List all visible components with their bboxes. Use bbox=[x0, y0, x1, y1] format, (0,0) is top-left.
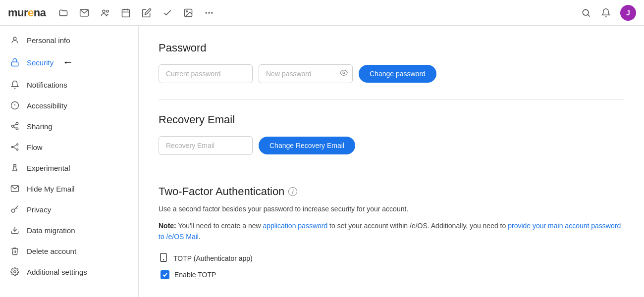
trash-icon bbox=[10, 246, 20, 256]
topnav-right: J bbox=[581, 5, 636, 21]
sidebar-item-personal-info[interactable]: Personal info bbox=[0, 30, 138, 50]
search-icon[interactable] bbox=[581, 7, 591, 18]
sidebar-item-notifications[interactable]: Notifications bbox=[0, 74, 138, 95]
sidebar-item-sharing[interactable]: Sharing bbox=[0, 116, 138, 137]
svg-point-2 bbox=[106, 10, 108, 12]
svg-rect-3 bbox=[122, 9, 129, 17]
svg-point-19 bbox=[16, 123, 18, 125]
sidebar-item-label: Privacy bbox=[27, 205, 51, 214]
svg-point-11 bbox=[211, 12, 213, 13]
current-password-input[interactable] bbox=[159, 64, 253, 83]
tfa-app-password-link[interactable]: application password bbox=[263, 222, 327, 230]
sidebar-item-privacy[interactable]: Privacy bbox=[0, 199, 138, 220]
svg-line-28 bbox=[13, 147, 17, 149]
tfa-note-text1: You'll need to create a new bbox=[176, 222, 263, 230]
contacts-icon[interactable] bbox=[100, 7, 110, 18]
sidebar-item-experimental[interactable]: Experimental bbox=[0, 157, 138, 178]
envelope-icon bbox=[10, 184, 20, 194]
sidebar-item-label: Hide My Email bbox=[27, 185, 75, 193]
sidebar-item-flow[interactable]: Flow bbox=[0, 137, 138, 157]
svg-point-10 bbox=[208, 12, 210, 13]
sidebar-item-label: Security bbox=[27, 58, 54, 67]
password-row: Change password bbox=[159, 64, 624, 83]
main-content: Password Change password Recovery Email … bbox=[139, 26, 644, 297]
key-icon bbox=[10, 204, 20, 214]
svg-point-12 bbox=[583, 9, 589, 15]
enable-totp-checkbox[interactable] bbox=[161, 270, 169, 279]
tasks-icon[interactable] bbox=[162, 7, 173, 18]
recovery-email-section: Recovery Email Change Recovery Email bbox=[159, 113, 624, 155]
svg-point-31 bbox=[11, 209, 15, 212]
sidebar-item-label: Notifications bbox=[27, 81, 67, 89]
svg-point-24 bbox=[11, 147, 13, 148]
sidebar-item-label: Data migration bbox=[27, 226, 75, 235]
tfa-title-text: Two-Factor Authentication bbox=[159, 185, 284, 198]
recovery-email-title: Recovery Email bbox=[159, 113, 624, 126]
person-icon bbox=[10, 35, 20, 45]
sidebar-item-label: Additional settings bbox=[27, 268, 87, 276]
top-navigation: murena bbox=[0, 0, 644, 26]
more-icon[interactable] bbox=[204, 7, 215, 18]
change-recovery-email-button[interactable]: Change Recovery Email bbox=[259, 137, 355, 154]
section-divider-2 bbox=[159, 171, 624, 171]
svg-point-1 bbox=[103, 10, 105, 12]
sidebar-item-label: Flow bbox=[27, 143, 43, 151]
mail-icon[interactable] bbox=[79, 7, 90, 18]
svg-point-21 bbox=[16, 128, 18, 130]
folder-icon[interactable] bbox=[58, 7, 69, 18]
nav-icons-group bbox=[58, 7, 215, 18]
tfa-note: Note: You'll need to create a new applic… bbox=[159, 220, 624, 243]
flow-icon bbox=[10, 142, 20, 152]
experimental-icon bbox=[10, 163, 20, 173]
show-password-icon[interactable] bbox=[340, 69, 348, 79]
back-arrow-icon: ← bbox=[62, 56, 73, 69]
tfa-info-icon[interactable]: i bbox=[288, 187, 297, 196]
password-section: Password Change password bbox=[159, 42, 624, 83]
totp-icon bbox=[159, 252, 168, 264]
enable-totp-row: Enable TOTP bbox=[161, 270, 624, 279]
totp-label: TOTP (Authenticator app) bbox=[173, 254, 253, 262]
accessibility-icon bbox=[10, 100, 20, 110]
tfa-note-text2: to set your account within /e/OS. Additi… bbox=[327, 222, 508, 230]
sidebar-item-security[interactable]: Security ← bbox=[0, 50, 138, 74]
svg-point-14 bbox=[13, 37, 16, 40]
tfa-note-bold: Note: bbox=[159, 222, 176, 230]
photos-icon[interactable] bbox=[183, 7, 194, 18]
sidebar-item-label: Experimental bbox=[27, 164, 70, 172]
recovery-email-input[interactable] bbox=[159, 136, 253, 155]
calendar-icon[interactable] bbox=[120, 7, 131, 18]
tfa-description: Use a second factor besides your passwor… bbox=[159, 204, 624, 214]
tfa-section: Two-Factor Authentication i Use a second… bbox=[159, 185, 624, 279]
recovery-email-row: Change Recovery Email bbox=[159, 136, 624, 155]
svg-point-20 bbox=[11, 125, 14, 128]
gear-icon bbox=[10, 267, 20, 277]
svg-point-37 bbox=[163, 259, 164, 260]
svg-point-9 bbox=[205, 12, 207, 13]
edit-icon[interactable] bbox=[141, 7, 152, 18]
change-password-button[interactable]: Change password bbox=[359, 65, 436, 83]
app-logo[interactable]: murena bbox=[8, 6, 46, 19]
avatar[interactable]: J bbox=[620, 5, 636, 21]
main-layout: Personal info Security ← Notifications A… bbox=[0, 26, 644, 297]
tfa-title-row: Two-Factor Authentication i bbox=[159, 185, 624, 198]
share-icon bbox=[10, 121, 20, 131]
section-divider-1 bbox=[159, 99, 624, 99]
svg-point-34 bbox=[343, 72, 345, 74]
sidebar-item-label: Sharing bbox=[27, 122, 53, 131]
svg-line-22 bbox=[13, 127, 16, 128]
enable-totp-label: Enable TOTP bbox=[174, 271, 216, 279]
svg-rect-15 bbox=[11, 62, 18, 66]
sidebar-item-accessibility[interactable]: Accessibility bbox=[0, 95, 138, 116]
new-password-input[interactable] bbox=[259, 64, 353, 83]
sidebar-item-label: Accessibility bbox=[27, 101, 67, 110]
svg-line-13 bbox=[588, 14, 590, 16]
sidebar-item-hide-my-email[interactable]: Hide My Email bbox=[0, 178, 138, 199]
bell-icon bbox=[10, 80, 20, 90]
sidebar-item-delete-account[interactable]: Delete account bbox=[0, 241, 138, 261]
new-password-wrap bbox=[259, 64, 353, 83]
sidebar-item-additional-settings[interactable]: Additional settings bbox=[0, 261, 138, 282]
notifications-bell-icon[interactable] bbox=[600, 7, 611, 18]
password-section-title: Password bbox=[159, 42, 624, 54]
download-icon bbox=[10, 225, 20, 235]
sidebar-item-data-migration[interactable]: Data migration bbox=[0, 220, 138, 241]
